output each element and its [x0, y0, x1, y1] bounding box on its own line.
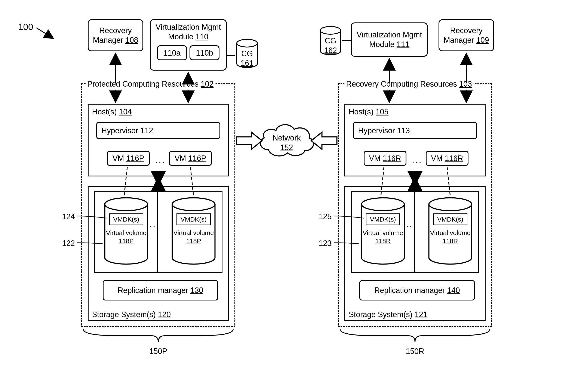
site-left: 150P — [81, 346, 235, 356]
hosts-left-title: Host(s) 104 — [92, 107, 132, 116]
figure-ref: 100 — [18, 21, 33, 33]
vmdk-left-1: VMDK(s) — [109, 213, 143, 225]
network-label: Network152 — [256, 133, 318, 152]
svg-line-8 — [36, 28, 53, 39]
vm-right-2: VM 116R — [426, 151, 468, 166]
recovery-manager-left: Recovery Manager 108 — [88, 19, 143, 51]
cg-right-label: CG162 — [319, 36, 342, 55]
vmm-right: Virtualization Mgmt Module 111 — [351, 23, 428, 57]
vvol-right-2-label: Virtual volume118R — [429, 229, 472, 245]
hypervisor-left: Hypervisor 112 — [96, 122, 220, 139]
storage-right-title: Storage System(s) 121 — [349, 310, 427, 319]
repl-left: Replication manager 130 — [103, 280, 218, 300]
vvol-left-2-label: Virtual volume118P — [172, 229, 215, 245]
callout-123: 123 — [319, 238, 332, 248]
ellipsis-vv-right: ... — [406, 218, 416, 230]
protected-resources-title: Protected Computing Resources 102 — [86, 79, 215, 89]
ellipsis-vv-left: ... — [149, 218, 160, 230]
recovery-resources-title: Recovery Computing Resources 103 — [344, 79, 474, 89]
svg-point-5 — [320, 26, 341, 34]
repl-right: Replication manager 140 — [359, 280, 475, 300]
site-right: 150R — [338, 346, 492, 356]
vvol-right-2: VMDK(s) Virtual volume118R — [426, 197, 475, 265]
callout-125: 125 — [319, 212, 332, 221]
vmm-title: Virtualization Mgmt Module 110 — [151, 22, 226, 42]
vmdk-right-1: VMDK(s) — [366, 213, 400, 225]
recovery-manager-right-title: Recovery Manager 109 — [444, 26, 489, 45]
vm-left-1: VM 116P — [107, 151, 150, 166]
svg-point-2 — [105, 198, 148, 211]
vmm-sub-b: 110b — [190, 45, 219, 60]
vmm-right-title: Virtualization Mgmt Module 111 — [357, 30, 422, 49]
hypervisor-left-title: Hypervisor 112 — [101, 126, 153, 135]
vvol-left-2: VMDK(s) Virtual volume118P — [169, 197, 218, 265]
vmdk-left-2: VMDK(s) — [176, 213, 211, 225]
vmdk-right-2: VMDK(s) — [433, 213, 467, 225]
vvol-left-1: VMDK(s) Virtual volume118P — [102, 197, 151, 265]
ellipsis-vm-left: ... — [155, 154, 166, 165]
brace-left — [81, 327, 235, 345]
vm-left-2: VM 116P — [169, 151, 212, 166]
vvol-right-1: VMDK(s) Virtual volume118R — [358, 197, 407, 265]
svg-point-1 — [237, 39, 257, 47]
network-cloud: Network152 — [256, 120, 318, 161]
ellipsis-vm-right: ... — [412, 154, 422, 165]
recovery-manager-title: Recovery Manager 108 — [93, 26, 138, 45]
cg-right: CG162 — [319, 26, 342, 56]
vmm-left: Virtualization Mgmt Module 110 110a 110b — [150, 19, 227, 70]
vm-right-1: VM 116R — [364, 151, 407, 166]
svg-point-7 — [429, 198, 472, 211]
callout-124: 124 — [62, 212, 75, 221]
storage-left-title: Storage System(s) 120 — [92, 310, 171, 319]
recovery-manager-right: Recovery Manager 109 — [438, 19, 494, 51]
volume-divider-left — [157, 191, 158, 273]
cg-left-label: CG161 — [235, 49, 259, 68]
svg-point-3 — [172, 198, 215, 211]
vvol-left-1-label: Virtual volume118P — [105, 229, 148, 245]
cg-left: CG161 — [235, 39, 259, 69]
svg-point-6 — [361, 198, 404, 211]
hosts-right-title: Host(s) 105 — [349, 107, 388, 116]
callout-122: 122 — [62, 238, 75, 248]
vmm-sub-a: 110a — [157, 45, 187, 60]
vvol-right-1-label: Virtual volume118R — [361, 229, 404, 245]
brace-right — [338, 327, 492, 345]
volume-divider-right — [414, 191, 415, 273]
hypervisor-right: Hypervisor 113 — [353, 122, 477, 139]
